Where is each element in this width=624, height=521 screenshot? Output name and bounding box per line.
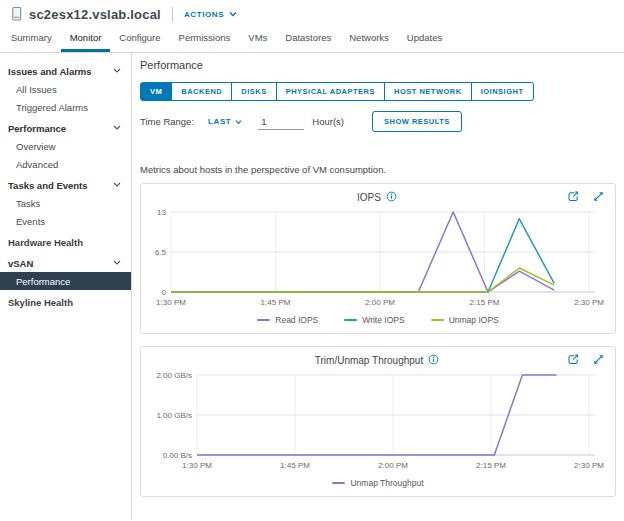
- export-chart-icon[interactable]: [567, 353, 580, 366]
- sidebar-item-triggered-alarms[interactable]: Triggered Alarms: [0, 98, 131, 116]
- svg-text:0: 0: [162, 288, 167, 297]
- sidebar-item-label: Triggered Alarms: [16, 102, 88, 113]
- sidebar-item-label: Issues and Alarms: [8, 66, 92, 77]
- sidebar-item-advanced[interactable]: Advanced: [0, 155, 131, 173]
- time-range-last-dropdown[interactable]: LAST: [208, 117, 242, 126]
- metrics-description: Metrics about hosts in the perspective o…: [140, 164, 616, 175]
- time-range-label: Time Range:: [140, 116, 194, 127]
- sidebar-item-overview[interactable]: Overview: [0, 137, 131, 155]
- expand-chart-icon[interactable]: [592, 190, 605, 203]
- chevron-down-icon: [113, 181, 121, 189]
- legend-label: Unmap Throughput: [350, 478, 423, 488]
- svg-text:2.00 GB/s: 2.00 GB/s: [156, 371, 192, 380]
- sidebar-item-performance[interactable]: Performance: [0, 119, 131, 137]
- actions-button[interactable]: ACTIONS: [184, 10, 237, 19]
- chevron-down-icon: [229, 11, 237, 17]
- sidebar-item-label: All Issues: [16, 84, 57, 95]
- svg-text:1.00 GB/s: 1.00 GB/s: [156, 411, 192, 420]
- chart-panel-header: IOPS: [149, 189, 607, 206]
- line-chart-trim-unmap-throughput[interactable]: 0.00 B/s1.00 GB/s2.00 GB/s1:30 PM1:45 PM…: [149, 369, 605, 475]
- sidebar-item-label: Skyline Health: [8, 297, 73, 308]
- page-title: sc2esx12.vslab.local: [29, 7, 161, 22]
- sidebar-item-tasks[interactable]: Tasks: [0, 194, 131, 212]
- tab-monitor[interactable]: Monitor: [61, 27, 111, 52]
- view-tab-host-network[interactable]: HOST NETWORK: [384, 82, 472, 101]
- sidebar-item-label: Advanced: [16, 159, 58, 170]
- legend-color-dash: [257, 319, 270, 321]
- svg-text:1:30 PM: 1:30 PM: [182, 461, 212, 470]
- sidebar-item-issues-and-alarms[interactable]: Issues and Alarms: [0, 62, 131, 80]
- sidebar-item-label: Performance: [8, 123, 66, 134]
- chevron-down-icon: [113, 67, 121, 75]
- legend-item-unmap-throughput: Unmap Throughput: [332, 478, 423, 488]
- expand-chart-icon[interactable]: [592, 353, 605, 366]
- export-chart-icon[interactable]: [567, 190, 580, 203]
- info-icon[interactable]: [428, 354, 441, 367]
- chart-panel-trim-unmap-throughput: Trim/Unmap Throughput0.00 B/s1.00 GB/s2.…: [140, 346, 616, 497]
- tab-networks[interactable]: Networks: [340, 27, 398, 52]
- svg-text:1:45 PM: 1:45 PM: [261, 298, 291, 307]
- info-icon[interactable]: [386, 191, 399, 204]
- line-chart-iops[interactable]: 06.5131:30 PM1:45 PM2:00 PM2:15 PM2:30 P…: [149, 206, 605, 312]
- perf-view-button-group: VMBACKENDDISKSPHYSICAL ADAPTERSHOST NETW…: [140, 82, 534, 101]
- legend-label: Read IOPS: [275, 315, 318, 325]
- svg-text:0.00 B/s: 0.00 B/s: [163, 451, 192, 460]
- svg-text:2:30 PM: 2:30 PM: [574, 298, 604, 307]
- sidebar-item-all-issues[interactable]: All Issues: [0, 80, 131, 98]
- show-results-button[interactable]: SHOW RESULTS: [372, 111, 462, 132]
- legend-label: Unmap IOPS: [449, 315, 499, 325]
- tab-permissions[interactable]: Permissions: [170, 27, 240, 52]
- chart-title: IOPS: [357, 192, 381, 203]
- chart-toolbar: [567, 190, 605, 203]
- svg-text:2:15 PM: 2:15 PM: [476, 461, 506, 470]
- chart-title: Trim/Unmap Throughput: [315, 355, 423, 366]
- chevron-down-icon: [235, 119, 242, 125]
- hours-unit-label: Hour(s): [312, 116, 344, 127]
- view-tab-disks[interactable]: DISKS: [231, 82, 276, 101]
- svg-text:2:30 PM: 2:30 PM: [574, 461, 604, 470]
- legend-color-dash: [332, 482, 345, 484]
- object-tabs: SummaryMonitorConfigurePermissionsVMsDat…: [0, 28, 624, 53]
- sidebar-item-tasks-and-events[interactable]: Tasks and Events: [0, 176, 131, 194]
- svg-text:1:30 PM: 1:30 PM: [156, 298, 186, 307]
- tab-configure[interactable]: Configure: [110, 27, 169, 52]
- view-tab-backend[interactable]: BACKEND: [171, 82, 232, 101]
- chart-panels: IOPS06.5131:30 PM1:45 PM2:00 PM2:15 PM2:…: [140, 183, 616, 497]
- view-tab-vm[interactable]: VM: [140, 82, 172, 101]
- sidebar-item-label: Performance: [16, 276, 70, 287]
- svg-text:13: 13: [157, 208, 166, 217]
- tab-vms[interactable]: VMs: [239, 27, 276, 52]
- sidebar-item-vsan[interactable]: vSAN: [0, 254, 131, 272]
- host-icon: [10, 6, 23, 22]
- time-range-row: Time Range: LAST Hour(s) SHOW RESULTS: [140, 111, 616, 132]
- tab-updates[interactable]: Updates: [398, 27, 451, 52]
- sidebar-item-hardware-health[interactable]: Hardware Health: [0, 233, 131, 251]
- legend-label: Write IOPS: [362, 315, 404, 325]
- tab-datastores[interactable]: Datastores: [276, 27, 340, 52]
- chart-panel-header: Trim/Unmap Throughput: [149, 352, 607, 369]
- view-tab-ioinsight[interactable]: IOINSIGHT: [471, 82, 534, 101]
- legend-color-dash: [344, 319, 357, 321]
- chevron-down-icon: [113, 124, 121, 132]
- sidebar-item-label: Hardware Health: [8, 237, 83, 248]
- svg-text:1:45 PM: 1:45 PM: [280, 461, 310, 470]
- view-tab-physical-adapters[interactable]: PHYSICAL ADAPTERS: [276, 82, 385, 101]
- sidebar-item-events[interactable]: Events: [0, 212, 131, 230]
- monitor-sidebar: Issues and AlarmsAll IssuesTriggered Ala…: [0, 53, 132, 520]
- chevron-down-icon: [113, 259, 121, 267]
- chart-panel-iops: IOPS06.5131:30 PM1:45 PM2:00 PM2:15 PM2:…: [140, 183, 616, 334]
- svg-text:2:00 PM: 2:00 PM: [365, 298, 395, 307]
- time-range-hours-input[interactable]: [258, 114, 304, 130]
- last-dropdown-label: LAST: [208, 117, 231, 126]
- sidebar-item-label: Overview: [16, 141, 56, 152]
- section-title: Performance: [140, 59, 616, 71]
- svg-text:2:00 PM: 2:00 PM: [378, 461, 408, 470]
- title-bar: sc2esx12.vslab.local ACTIONS: [0, 0, 624, 28]
- legend-item-unmap-iops: Unmap IOPS: [431, 315, 499, 325]
- sidebar-item-label: vSAN: [8, 258, 33, 269]
- sidebar-item-performance[interactable]: Performance: [0, 272, 131, 290]
- sidebar-item-label: Tasks: [16, 198, 40, 209]
- divider: [172, 7, 173, 22]
- tab-summary[interactable]: Summary: [2, 27, 61, 52]
- sidebar-item-skyline-health[interactable]: Skyline Health: [0, 293, 131, 311]
